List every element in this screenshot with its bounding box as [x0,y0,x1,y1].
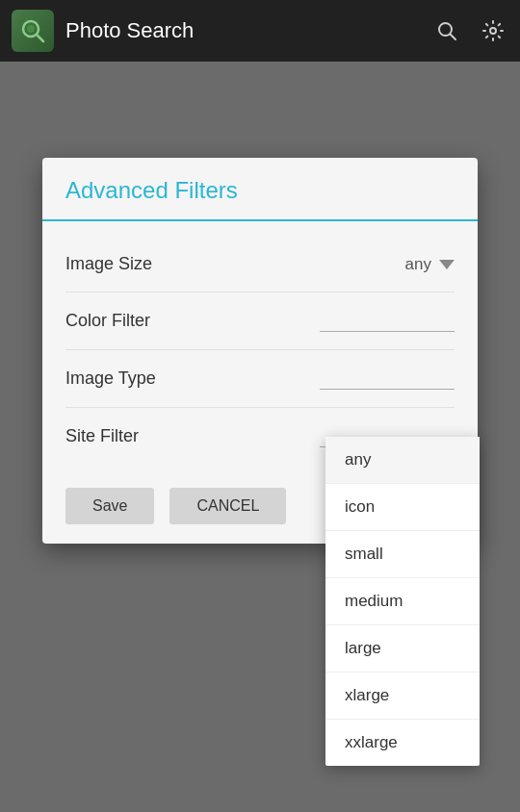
dialog-title: Advanced Filters [42,158,478,221]
advanced-filters-dialog: Advanced Filters Image Size any Color Fi… [42,158,478,544]
dropdown-option-medium[interactable]: medium [325,578,480,625]
dropdown-option-small[interactable]: small [325,531,480,578]
image-type-label: Image Type [65,368,156,389]
image-size-label: Image Size [65,254,152,274]
settings-icon[interactable] [478,15,508,46]
app-bar: Photo Search [0,0,520,62]
color-filter-input[interactable] [320,310,455,332]
search-icon[interactable] [431,15,462,46]
dropdown-option-any[interactable]: any [325,437,480,484]
cancel-button[interactable]: CANCEL [169,488,286,524]
image-size-dropdown[interactable]: any [358,255,455,274]
save-button[interactable]: Save [65,488,154,524]
image-type-row: Image Type [65,350,455,408]
dropdown-arrow-icon [439,260,455,269]
svg-point-5 [490,28,496,34]
image-size-dropdown-popup: any icon small medium large xlarge xxlar… [325,437,480,766]
site-filter-label: Site Filter [65,426,139,446]
svg-point-2 [27,25,35,33]
svg-line-1 [37,35,43,41]
dropdown-option-xxlarge[interactable]: xxlarge [325,720,480,766]
image-type-input[interactable] [320,368,455,390]
image-size-value: any [405,255,431,274]
app-title: Photo Search [65,18,431,43]
dropdown-option-icon[interactable]: icon [325,484,480,531]
svg-line-4 [451,35,456,40]
app-bar-actions [431,15,508,46]
dropdown-option-xlarge[interactable]: xlarge [325,672,480,720]
dropdown-option-large[interactable]: large [325,625,480,672]
color-filter-row: Color Filter [65,292,455,350]
image-size-row: Image Size any [65,237,455,292]
app-logo [12,10,54,52]
color-filter-label: Color Filter [65,311,150,331]
